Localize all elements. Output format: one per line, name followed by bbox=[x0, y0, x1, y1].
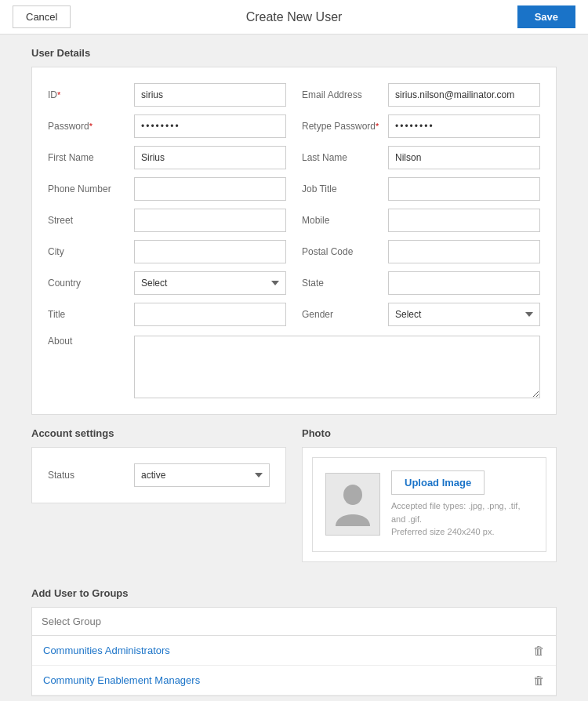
group-search-input[interactable] bbox=[32, 608, 556, 636]
email-input[interactable] bbox=[388, 83, 540, 107]
password-row: Password* bbox=[48, 114, 286, 138]
svg-point-0 bbox=[343, 485, 362, 505]
account-settings-section: Account settings Status active inactive bbox=[31, 427, 286, 575]
password-input[interactable] bbox=[134, 114, 286, 138]
job-title-label: Job Title bbox=[302, 183, 388, 194]
postal-input[interactable] bbox=[388, 240, 540, 263]
last-name-row: Last Name bbox=[302, 146, 540, 169]
gender-select[interactable]: Select Male Female bbox=[388, 303, 540, 326]
retype-password-input[interactable] bbox=[388, 114, 540, 138]
upload-info: Upload Image Accepted file types: .jpg, … bbox=[391, 470, 533, 539]
upload-image-button[interactable]: Upload Image bbox=[391, 470, 485, 495]
account-photo-section: Account settings Status active inactive … bbox=[31, 427, 557, 575]
retype-password-row: Retype Password* bbox=[302, 114, 540, 138]
status-row: Status active inactive bbox=[48, 463, 270, 487]
delete-group-button[interactable]: 🗑 bbox=[533, 674, 545, 687]
title-label: Title bbox=[48, 309, 134, 320]
city-input[interactable] bbox=[134, 240, 286, 263]
id-input[interactable] bbox=[134, 83, 286, 107]
user-details-title: User Details bbox=[31, 47, 557, 59]
id-label: ID* bbox=[48, 89, 134, 100]
main-content: User Details ID* Email Address Password* bbox=[0, 35, 588, 701]
phone-input[interactable] bbox=[134, 177, 286, 201]
country-label: Country bbox=[48, 278, 134, 289]
gender-label: Gender bbox=[302, 309, 388, 320]
list-item: Communities Administrators 🗑 bbox=[32, 636, 556, 666]
page-title: Create New User bbox=[71, 10, 517, 24]
password-label: Password* bbox=[48, 121, 134, 132]
postal-row: Postal Code bbox=[302, 240, 540, 263]
email-label: Email Address bbox=[302, 89, 388, 100]
group-item-label[interactable]: Community Enablement Managers bbox=[43, 674, 200, 686]
mobile-label: Mobile bbox=[302, 215, 388, 226]
id-required: * bbox=[57, 90, 60, 100]
save-button[interactable]: Save bbox=[517, 5, 575, 28]
title-row: Title bbox=[48, 303, 286, 326]
street-input[interactable] bbox=[134, 209, 286, 232]
email-row: Email Address bbox=[302, 83, 540, 107]
city-row: City bbox=[48, 240, 286, 263]
last-name-input[interactable] bbox=[388, 146, 540, 169]
photo-placeholder bbox=[325, 473, 380, 536]
first-name-row: First Name bbox=[48, 146, 286, 169]
job-title-row: Job Title bbox=[302, 177, 540, 201]
state-input[interactable] bbox=[388, 271, 540, 295]
status-label: Status bbox=[48, 470, 134, 481]
state-label: State bbox=[302, 278, 388, 289]
group-item-label[interactable]: Communities Administrators bbox=[43, 645, 170, 656]
title-input[interactable] bbox=[134, 303, 286, 326]
photo-section: Photo Upload Image Accepted file types: … bbox=[302, 427, 557, 575]
upload-hint: Accepted file types: .jpg, .png, .tif, a… bbox=[391, 499, 533, 539]
job-title-input[interactable] bbox=[388, 177, 540, 201]
user-details-form: ID* Email Address Password* Retype Passw… bbox=[48, 83, 540, 326]
mobile-row: Mobile bbox=[302, 209, 540, 232]
status-select[interactable]: active inactive bbox=[134, 463, 270, 487]
street-label: Street bbox=[48, 215, 134, 226]
phone-row: Phone Number bbox=[48, 177, 286, 201]
country-select[interactable]: Select bbox=[134, 271, 286, 295]
first-name-input[interactable] bbox=[134, 146, 286, 169]
id-row: ID* bbox=[48, 83, 286, 107]
groups-title: Add User to Groups bbox=[31, 587, 557, 599]
last-name-label: Last Name bbox=[302, 152, 388, 163]
mobile-input[interactable] bbox=[388, 209, 540, 232]
header: Cancel Create New User Save bbox=[0, 0, 588, 35]
about-input[interactable] bbox=[134, 336, 540, 398]
delete-group-button[interactable]: 🗑 bbox=[533, 644, 545, 657]
about-label: About bbox=[48, 336, 134, 347]
account-settings-title: Account settings bbox=[31, 427, 286, 439]
photo-panel: Upload Image Accepted file types: .jpg, … bbox=[302, 447, 557, 562]
account-settings-panel: Status active inactive bbox=[31, 447, 286, 503]
user-details-panel: ID* Email Address Password* Retype Passw… bbox=[31, 67, 557, 415]
about-row: About bbox=[48, 336, 540, 398]
photo-upload-box: Upload Image Accepted file types: .jpg, … bbox=[312, 457, 546, 552]
first-name-label: First Name bbox=[48, 152, 134, 163]
retype-password-label: Retype Password* bbox=[302, 121, 388, 132]
street-row: Street bbox=[48, 209, 286, 232]
state-row: State bbox=[302, 271, 540, 295]
gender-row: Gender Select Male Female bbox=[302, 303, 540, 326]
user-avatar-icon bbox=[334, 481, 372, 528]
list-item: Community Enablement Managers 🗑 bbox=[32, 666, 556, 696]
groups-panel: Communities Administrators 🗑 Community E… bbox=[31, 607, 557, 696]
photo-title: Photo bbox=[302, 427, 557, 439]
phone-label: Phone Number bbox=[48, 183, 134, 194]
postal-label: Postal Code bbox=[302, 246, 388, 257]
city-label: City bbox=[48, 246, 134, 257]
country-row: Country Select bbox=[48, 271, 286, 295]
cancel-button[interactable]: Cancel bbox=[13, 5, 71, 28]
